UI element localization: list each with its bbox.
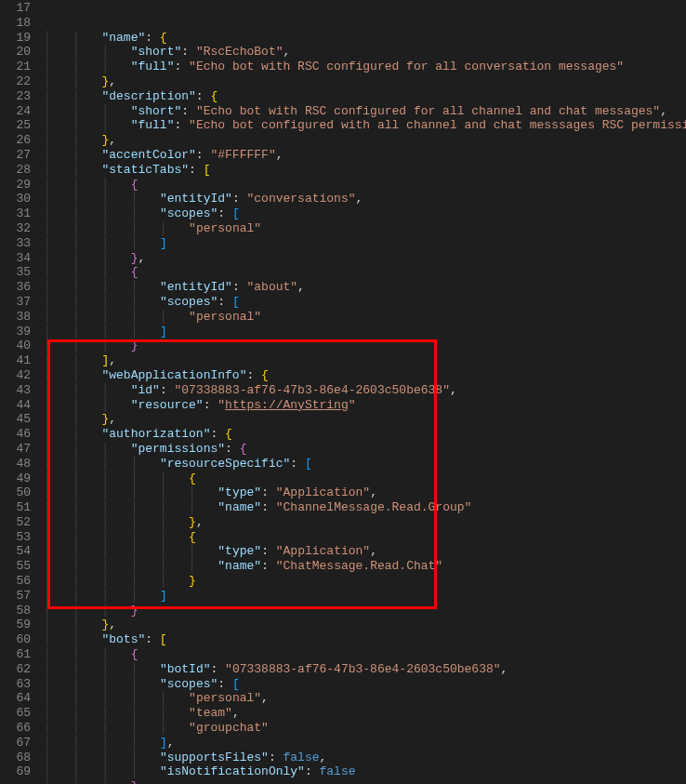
code-line[interactable]: │ │ │ "permissions": {	[44, 442, 686, 457]
code-line[interactable]: │ │ │ "resource": "https://AnyString"	[44, 398, 686, 413]
line-number: 32	[0, 221, 31, 236]
line-number: 40	[0, 339, 31, 353]
code-line[interactable]: │ │ │ │ │ │ "name": "ChatMessage.Read.Ch…	[44, 559, 686, 574]
code-line[interactable]: │ │ │ }	[44, 604, 686, 618]
line-number: 66	[0, 721, 31, 736]
code-line[interactable]: │ │ │ │ "supportsFiles": false,	[44, 751, 686, 765]
code-line[interactable]: │ │ │ │ ],	[44, 736, 686, 751]
code-line[interactable]: │ │ │ "short": "Echo bot with RSC config…	[44, 104, 686, 119]
line-number: 34	[0, 251, 31, 266]
code-line[interactable]: │ │ },	[44, 412, 686, 427]
line-number: 68	[0, 751, 31, 765]
code-line[interactable]: │ │ "webApplicationInfo": {	[44, 368, 686, 383]
code-line[interactable]: │ │ │ │ ]	[44, 325, 686, 339]
code-line[interactable]: │ │ "description": {	[44, 89, 686, 104]
line-number: 56	[0, 574, 31, 589]
line-number: 46	[0, 427, 31, 442]
line-number: 37	[0, 295, 31, 310]
line-number: 33	[0, 236, 31, 251]
line-number: 67	[0, 736, 31, 751]
code-line[interactable]: │ │ │ │ "entityId": "about",	[44, 280, 686, 295]
line-number: 38	[0, 310, 31, 325]
code-line[interactable]: │ │ │ },	[44, 251, 686, 266]
line-number: 69	[0, 764, 31, 779]
code-line[interactable]: │ │ "accentColor": "#FFFFFF",	[44, 148, 686, 163]
line-number: 18	[0, 16, 31, 31]
line-number-gutter: 1718192021222324252627282930313233343536…	[0, 0, 44, 784]
code-line[interactable]: │ │ │ │ │ "personal",	[44, 691, 686, 706]
code-line[interactable]: │ │ │ │ │ {	[44, 472, 686, 486]
line-number: 45	[0, 412, 31, 427]
line-number: 35	[0, 265, 31, 280]
code-line[interactable]: │ │ │ "full": "Echo bot configured with …	[44, 118, 686, 133]
code-line[interactable]: │ │ "name": {	[44, 31, 686, 46]
line-number: 53	[0, 530, 31, 545]
code-line[interactable]: │ │ │ │ "resourceSpecific": [	[44, 457, 686, 472]
code-line[interactable]: │ │ │ │ "scopes": [	[44, 206, 686, 221]
line-number: 55	[0, 559, 31, 574]
line-number: 51	[0, 500, 31, 515]
line-number: 58	[0, 604, 31, 618]
code-line[interactable]: │ │ "authorization": {	[44, 427, 686, 442]
code-line[interactable]: │ │ │ │ │ {	[44, 530, 686, 545]
code-line[interactable]: │ │ │ }	[44, 779, 686, 784]
code-line[interactable]: │ │ │ }	[44, 339, 686, 353]
line-number: 47	[0, 442, 31, 457]
code-line[interactable]: │ │ │ │ "scopes": [	[44, 677, 686, 692]
code-line[interactable]: │ │ },	[44, 618, 686, 632]
line-number: 44	[0, 398, 31, 413]
line-number: 50	[0, 485, 31, 500]
line-number: 42	[0, 368, 31, 383]
line-number: 41	[0, 353, 31, 368]
line-number: 24	[0, 104, 31, 119]
line-number: 19	[0, 31, 31, 46]
code-line[interactable]: │ │ │ │ │ "team",	[44, 706, 686, 721]
code-line[interactable]: │ │ },	[44, 133, 686, 148]
line-number: 52	[0, 515, 31, 530]
code-line[interactable]: │ │ │ │ │ },	[44, 515, 686, 530]
line-number: 43	[0, 383, 31, 398]
line-number: 59	[0, 618, 31, 632]
line-number: 39	[0, 325, 31, 339]
code-line[interactable]: │ │ │ │ │ │ "name": "ChannelMessage.Read…	[44, 500, 686, 515]
code-line[interactable]: │ │ │ │ │ "personal"	[44, 310, 686, 325]
line-number: 25	[0, 118, 31, 133]
line-number: 17	[0, 1, 31, 16]
code-line[interactable]: │ │ │ │ ]	[44, 236, 686, 251]
line-number: 21	[0, 60, 31, 74]
line-number: 65	[0, 706, 31, 721]
code-line[interactable]: │ │ │ │ "botId": "07338883-af76-47b3-86e…	[44, 662, 686, 677]
line-number: 29	[0, 178, 31, 193]
line-number: 20	[0, 45, 31, 60]
code-line[interactable]: │ │ │ │ "entityId": "conversations",	[44, 192, 686, 206]
line-number: 22	[0, 74, 31, 89]
code-line[interactable]: │ │ │ "full": "Echo bot with RSC configu…	[44, 60, 686, 74]
code-editor-content[interactable]: │ │ "name": {│ │ │ "short": "RscEchoBot"…	[44, 0, 686, 784]
code-line[interactable]: │ │ │ {	[44, 647, 686, 662]
line-number: 64	[0, 691, 31, 706]
code-line[interactable]: │ │ │ │ │ "groupchat"	[44, 721, 686, 736]
code-line[interactable]: │ │ "bots": [	[44, 632, 686, 647]
code-line[interactable]: │ │ │ │ ]	[44, 589, 686, 604]
code-line[interactable]: │ │ │ │ "isNotificationOnly": false	[44, 764, 686, 779]
code-line[interactable]: │ │ │ "id": "07338883-af76-47b3-86e4-260…	[44, 383, 686, 398]
code-line[interactable]: │ │ │ "short": "RscEchoBot",	[44, 45, 686, 60]
code-line[interactable]: │ │ │ │ │ │ "type": "Application",	[44, 485, 686, 500]
line-number: 23	[0, 89, 31, 104]
line-number: 28	[0, 163, 31, 178]
code-line[interactable]: │ │ "staticTabs": [	[44, 163, 686, 178]
line-number: 60	[0, 632, 31, 647]
code-line[interactable]: │ │ │ │ │ "personal"	[44, 221, 686, 236]
line-number: 27	[0, 148, 31, 163]
line-number: 54	[0, 544, 31, 559]
code-line[interactable]: │ │ │ {	[44, 178, 686, 193]
code-line[interactable]: │ │ │ │ "scopes": [	[44, 295, 686, 310]
code-line[interactable]: │ │ │ │ │ }	[44, 574, 686, 589]
line-number: 36	[0, 280, 31, 295]
code-line[interactable]: │ │ },	[44, 74, 686, 89]
code-line[interactable]: │ │ ],	[44, 353, 686, 368]
code-line[interactable]: │ │ │ {	[44, 265, 686, 280]
line-number: 61	[0, 647, 31, 662]
line-number: 62	[0, 662, 31, 677]
code-line[interactable]: │ │ │ │ │ │ "type": "Application",	[44, 544, 686, 559]
